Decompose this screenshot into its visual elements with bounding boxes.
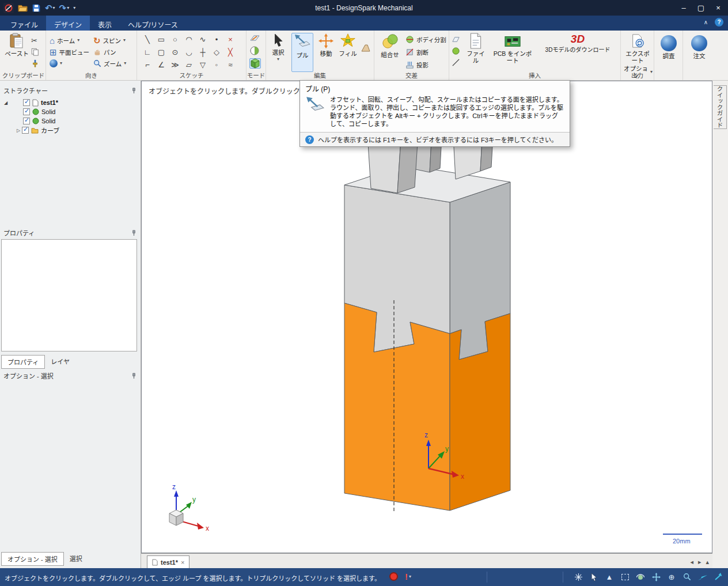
sketch-circle-icon[interactable]: ○ — [168, 33, 182, 46]
sketch-wave-icon[interactable]: ≈ — [223, 58, 237, 71]
tab-layers[interactable]: レイヤ — [45, 355, 75, 369]
investigate-button[interactable]: 調査 — [657, 35, 681, 59]
move-tool-button[interactable]: 移動 — [316, 33, 336, 57]
sketch-parallelogram-icon[interactable]: ▱ — [182, 58, 196, 71]
pan-button[interactable]: パン — [93, 47, 116, 57]
copy-button[interactable] — [31, 47, 39, 57]
tree-solid-2-label[interactable]: Solid — [41, 118, 55, 124]
solid-mode-button[interactable] — [249, 58, 261, 69]
format-painter-button[interactable] — [31, 58, 39, 69]
tab-select[interactable]: 選択 — [64, 552, 88, 566]
tab-properties[interactable]: プロパティ — [1, 355, 45, 369]
sketch-mode-button[interactable] — [249, 33, 260, 43]
tab-options-select[interactable]: オプション - 選択 — [1, 552, 64, 566]
sketch-tangent-arc-icon[interactable]: ◡ — [182, 46, 196, 58]
snap-icon[interactable] — [573, 572, 583, 582]
checkbox-curves[interactable]: ✓ — [22, 127, 29, 134]
sketch-triangle-icon[interactable]: ▽ — [196, 58, 210, 71]
zoom-caret-icon[interactable]: ▾ — [124, 61, 126, 66]
sketch-point-icon[interactable]: • — [210, 33, 223, 46]
save-icon[interactable] — [32, 3, 41, 13]
tab-display[interactable]: 表示 — [90, 16, 120, 31]
blend-tool-button[interactable] — [361, 43, 371, 54]
zoom-extents-icon[interactable]: ⊕ — [666, 572, 677, 582]
download-3d-model-button[interactable]: 3D 3Dモデルのダウンロード — [537, 33, 619, 54]
error-indicator[interactable]: ! ▾ — [405, 572, 411, 581]
sketch-polygon-icon[interactable]: ◇ — [210, 46, 223, 58]
redo-button[interactable]: ↷▾ — [59, 3, 70, 12]
sketch-split-icon[interactable]: ┼ — [196, 46, 210, 58]
pin-icon[interactable] — [131, 373, 137, 379]
qat-customize-caret-icon[interactable]: ▾ — [73, 6, 75, 10]
minimize-button[interactable]: – — [675, 0, 692, 16]
select-tool-button[interactable]: 選択 ▾ — [267, 33, 289, 62]
quick-guide-tab[interactable]: クイックガイド — [714, 85, 727, 129]
expander-open-icon[interactable]: ◢ — [2, 100, 9, 105]
home-view-button[interactable]: ⌂ホーム▾ — [50, 35, 79, 46]
split-body-button[interactable]: ボディ分割 — [405, 34, 446, 44]
sketch-offset-icon[interactable]: ≫ — [168, 58, 182, 71]
selection-box-icon[interactable] — [620, 572, 630, 582]
import-pcb-button[interactable]: PCB をインポート — [491, 33, 534, 64]
checkbox-solid-1[interactable]: ✓ — [23, 108, 30, 115]
tab-design[interactable]: デザイン — [46, 16, 90, 31]
expander-closed-icon[interactable]: ▷ — [15, 128, 22, 133]
tab-list-icon[interactable]: ▴ — [706, 558, 709, 566]
tab-file[interactable]: ファイル — [2, 16, 46, 31]
combine-button[interactable]: 組合せ — [377, 33, 403, 58]
zoom-tool-icon[interactable] — [682, 572, 692, 582]
insert-axis-button[interactable] — [452, 57, 460, 67]
tab-scroll-right-icon[interactable]: ▸ — [698, 558, 702, 566]
select-cursor-icon[interactable] — [589, 572, 599, 582]
orbit-icon[interactable] — [635, 572, 646, 582]
tree-row-root[interactable]: ◢ ✓ test1* — [0, 98, 141, 107]
spin-caret-icon[interactable]: ▾ — [123, 38, 126, 43]
paste-button[interactable]: ペースト — [5, 33, 29, 57]
close-button[interactable]: × — [710, 0, 727, 16]
fill-tool-button[interactable]: フィル — [338, 33, 358, 57]
collapse-ribbon-icon[interactable]: ∧ — [704, 19, 708, 25]
checkbox-root[interactable]: ✓ — [23, 99, 30, 106]
pin-icon[interactable] — [131, 88, 137, 94]
viewport-3d[interactable]: オブジェクトをクリックします。ダブルクリックして、エッジ — [141, 81, 712, 553]
document-tab-close-icon[interactable]: × — [181, 559, 184, 566]
maximize-button[interactable]: ▢ — [692, 0, 710, 16]
section-mode-button[interactable] — [249, 46, 260, 56]
help-icon[interactable]: ? — [715, 18, 723, 27]
insert-file-button[interactable]: ファイル — [464, 33, 487, 64]
sketch-construction-icon[interactable]: ⌐ — [141, 58, 154, 71]
up-to-geometry-icon[interactable]: ▲ — [604, 572, 615, 582]
document-tab-test1[interactable]: test1* × — [147, 555, 189, 568]
fly-mode-icon[interactable] — [697, 572, 708, 582]
sketch-rounded-rect-icon[interactable]: ▢ — [154, 46, 168, 58]
insert-sphere-button[interactable] — [452, 46, 460, 56]
insert-plane-button[interactable] — [452, 34, 460, 44]
sketch-angle-icon[interactable]: ∠ — [154, 58, 168, 71]
cut-button[interactable]: ✂ — [31, 35, 37, 46]
view-sphere-caret-icon[interactable]: ▾ — [60, 61, 62, 66]
corner-orientation-triad[interactable]: z y x — [169, 483, 209, 532]
record-indicator-icon[interactable] — [389, 572, 398, 581]
tree-root-label[interactable]: test1* — [41, 99, 58, 106]
home-caret-icon[interactable]: ▾ — [77, 38, 79, 43]
walk-mode-icon[interactable] — [713, 572, 723, 582]
undo-button[interactable]: ↶▾ — [45, 3, 55, 12]
pan-tool-icon[interactable] — [651, 572, 661, 582]
sketch-dot-icon[interactable]: ◦ — [210, 58, 223, 71]
checkbox-solid-2[interactable]: ✓ — [23, 118, 30, 124]
pin-icon[interactable] — [131, 230, 137, 236]
tree-row-curves[interactable]: ▷ ✓ カーブ — [0, 126, 141, 135]
zoom-button[interactable]: ズーム▾ — [93, 58, 126, 69]
tab-help-resources[interactable]: ヘルプ/リソース — [120, 16, 186, 31]
pull-tool-button[interactable]: プル — [291, 33, 313, 72]
sketch-trim-icon[interactable]: × — [223, 33, 237, 46]
view-sphere-button[interactable]: ▾ — [50, 58, 62, 69]
model-3d-scene[interactable]: z y x z y x 20mm — [142, 81, 712, 553]
sketch-line-icon[interactable]: ╲ — [141, 33, 154, 46]
spin-button[interactable]: ↻スピン▾ — [93, 35, 126, 46]
sketch-circle-center-icon[interactable]: ⊙ — [168, 46, 182, 58]
plan-view-button[interactable]: ⊞平面ビュー — [50, 47, 89, 57]
tree-row-solid-2[interactable]: ✓ Solid — [0, 116, 141, 126]
sketch-rectangle-icon[interactable]: ▭ — [154, 33, 168, 46]
sketch-spline-icon[interactable]: ∿ — [196, 33, 210, 46]
